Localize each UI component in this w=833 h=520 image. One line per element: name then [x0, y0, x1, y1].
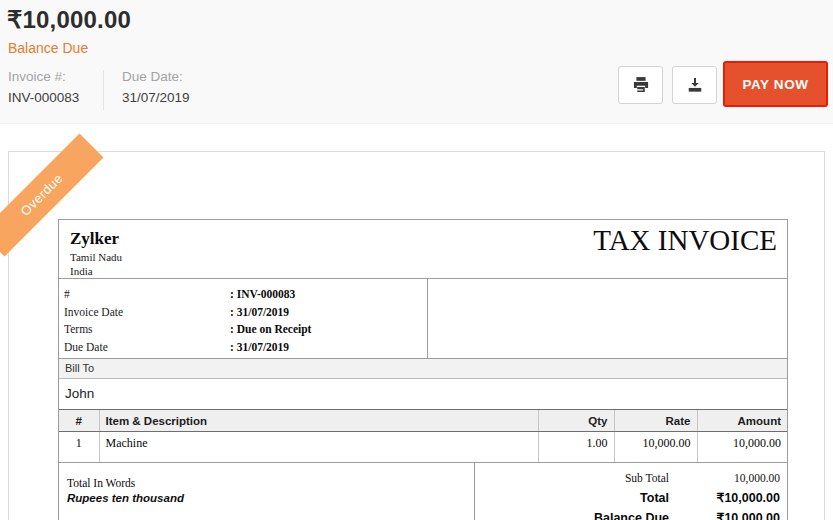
total-in-words-label: Total In Words: [67, 477, 466, 489]
header-item-description: Item & Description: [99, 410, 538, 432]
meta-label: Terms: [64, 321, 230, 339]
subtotal-label: Sub Total: [475, 469, 669, 489]
line-items-table: # Item & Description Qty Rate Amount 1 M…: [59, 409, 787, 463]
meta-row-terms: Terms: Due on Receipt: [64, 321, 427, 339]
meta-empty-panel: [427, 279, 787, 358]
cell-index: 1: [59, 432, 99, 463]
meta-label: Invoice Date: [64, 304, 230, 322]
header-rate: Rate: [614, 410, 697, 432]
org-address-line2: India: [70, 265, 776, 277]
cell-amount: 10,000.00: [697, 432, 787, 463]
due-date-value: 31/07/2019: [122, 90, 190, 105]
totals-table: Sub Total 10,000.00 Total ₹10,000.00 Bal…: [474, 463, 787, 520]
invoice-summary-header: ₹10,000.00 Balance Due Invoice #: INV-00…: [0, 0, 833, 124]
balance-due-label: Balance Due: [8, 40, 88, 56]
cell-description: Machine: [99, 432, 538, 463]
pay-now-label: PAY NOW: [742, 77, 808, 92]
meta-value: : 31/07/2019: [230, 341, 289, 353]
cell-qty: 1.00: [538, 432, 614, 463]
invoice-meta-section: #: INV-000083 Invoice Date: 31/07/2019 T…: [59, 279, 787, 359]
bill-to-header: Bill To: [59, 359, 787, 379]
meta-value: : Due on Receipt: [230, 323, 311, 335]
balance-due-row-label: Balance Due: [475, 509, 669, 520]
subtotal-row: Sub Total 10,000.00: [475, 469, 787, 489]
totals-section: Total In Words Rupees ten thousand Sub T…: [59, 463, 787, 520]
header-divider: [103, 70, 104, 110]
meta-row-invoice-date: Invoice Date: 31/07/2019: [64, 304, 427, 322]
invoice-paper: Zylker Tamil Nadu India TAX INVOICE #: I…: [8, 151, 825, 520]
print-button[interactable]: [618, 66, 663, 104]
invoice-document: Zylker Tamil Nadu India TAX INVOICE #: I…: [58, 219, 788, 520]
header-qty: Qty: [538, 410, 614, 432]
balance-due-row-value: ₹10,000.00: [669, 509, 787, 520]
total-value: ₹10,000.00: [669, 489, 787, 509]
invoice-view-page: ₹10,000.00 Balance Due Invoice #: INV-00…: [0, 0, 833, 520]
meta-value: : 31/07/2019: [230, 306, 289, 318]
invoice-number-value: INV-000083: [8, 90, 79, 105]
table-row: 1 Machine 1.00 10,000.00 10,000.00: [59, 432, 787, 463]
total-label: Total: [475, 489, 669, 509]
document-title: TAX INVOICE: [593, 224, 777, 257]
meta-row-number: #: INV-000083: [64, 286, 427, 304]
pay-now-button[interactable]: PAY NOW: [723, 61, 828, 107]
cell-rate: 10,000.00: [614, 432, 697, 463]
header-amount: Amount: [697, 410, 787, 432]
invoice-number-label: Invoice #:: [8, 69, 66, 84]
download-icon: [685, 75, 705, 95]
total-in-words: Total In Words Rupees ten thousand: [59, 463, 474, 520]
total-in-words-value: Rupees ten thousand: [67, 492, 466, 504]
balance-due-row: Balance Due ₹10,000.00: [475, 509, 787, 520]
invoice-meta-table: #: INV-000083 Invoice Date: 31/07/2019 T…: [59, 279, 427, 358]
total-row: Total ₹10,000.00: [475, 489, 787, 509]
header-index: #: [59, 410, 99, 432]
items-header-row: # Item & Description Qty Rate Amount: [59, 410, 787, 432]
subtotal-value: 10,000.00: [669, 469, 787, 489]
meta-value: : INV-000083: [230, 288, 295, 300]
meta-label: Due Date: [64, 339, 230, 357]
document-header: Zylker Tamil Nadu India TAX INVOICE: [59, 220, 787, 279]
printer-icon: [631, 75, 651, 95]
download-button[interactable]: [672, 66, 717, 104]
due-date-label: Due Date:: [122, 69, 183, 84]
bill-to-name: John: [59, 379, 787, 409]
meta-label: #: [64, 286, 230, 304]
balance-amount: ₹10,000.00: [7, 6, 131, 34]
meta-row-due-date: Due Date: 31/07/2019: [64, 339, 427, 357]
